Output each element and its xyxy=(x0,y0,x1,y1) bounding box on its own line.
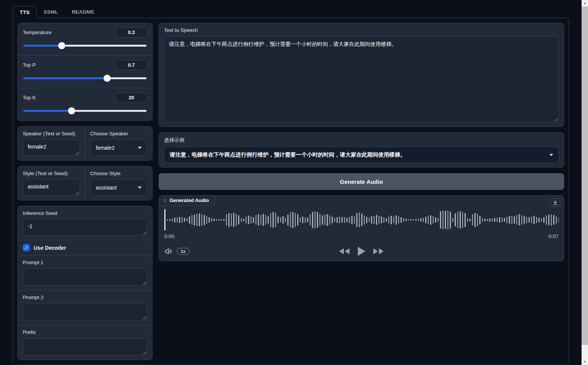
choose-style-value: assistant xyxy=(96,185,117,191)
tab-ssml[interactable]: SSML xyxy=(37,6,65,18)
style-text-input[interactable]: assistant xyxy=(23,179,80,196)
download-button[interactable] xyxy=(550,198,560,207)
prefix-row: Prefix xyxy=(18,325,152,360)
rewind-icon[interactable] xyxy=(338,248,350,255)
prompt1-label: Prompt 1 xyxy=(23,260,147,265)
prefix-input[interactable] xyxy=(23,338,147,356)
choose-speaker-value: female2 xyxy=(96,145,115,151)
tab-bar: TTS SSML README xyxy=(12,5,569,18)
style-text-label: Style (Text or Seed) xyxy=(23,171,80,176)
waveform[interactable] xyxy=(164,208,558,231)
scrollbar-thumb[interactable] xyxy=(582,6,588,345)
prompt2-row: Prompt 2 xyxy=(18,290,152,325)
top-k-slider-thumb[interactable] xyxy=(68,107,75,114)
tab-readme[interactable]: README xyxy=(65,6,101,18)
prefix-label: Prefix xyxy=(23,329,147,335)
choose-style-label: Choose Style xyxy=(90,171,147,176)
scrollbar-down-arrow-icon[interactable]: ▼ xyxy=(582,359,588,365)
current-time: 0:00 xyxy=(164,233,174,239)
main-column: Text to Speech 请注意，电梯将在下午两点进行例行维护，预计需要一个… xyxy=(159,23,564,360)
download-icon xyxy=(553,200,558,205)
playback-speed-button[interactable]: 1x xyxy=(177,248,189,255)
generated-audio-tab[interactable]: ♫ Generated Audio xyxy=(159,196,215,206)
inference-seed-input[interactable]: -1 xyxy=(23,219,147,236)
style-group: Style (Text or Seed) assistant Choose St… xyxy=(17,166,153,201)
choose-style-dropdown[interactable]: assistant xyxy=(90,179,147,196)
examples-label: 选择示例 xyxy=(164,137,559,144)
tts-tab-panel: Temperature 0.3 Top P 0.7 xyxy=(12,18,569,365)
generate-audio-button[interactable]: Generate Audio xyxy=(159,173,564,190)
top-k-row: Top K 20 xyxy=(18,88,152,121)
temperature-label: Temperature xyxy=(23,30,51,35)
speaker-text-label: Speaker (Text or Seed) xyxy=(23,131,80,136)
generated-audio-title: Generated Audio xyxy=(170,197,209,203)
examples-selected-value: 请注意，电梯将在下午两点进行例行维护，预计需要一个小时的时间，请大家在此期间使用… xyxy=(170,151,406,158)
chevron-down-icon xyxy=(138,147,142,149)
top-p-value-input[interactable]: 0.7 xyxy=(115,60,147,70)
music-note-icon: ♫ xyxy=(163,197,167,203)
temperature-slider-thumb[interactable] xyxy=(58,42,65,49)
inference-seed-label: Inference Seed xyxy=(23,210,147,216)
examples-panel: 选择示例 请注意，电梯将在下午两点进行例行维护，预计需要一个小时的时间，请大家在… xyxy=(159,132,564,168)
speaker-choose-cell: Choose Speaker female2 xyxy=(85,127,152,160)
examples-dropdown[interactable]: 请注意，电梯将在下午两点进行例行维护，预计需要一个小时的时间，请大家在此期间使用… xyxy=(164,147,559,163)
prompt2-input[interactable] xyxy=(23,303,147,321)
prompt1-row: Prompt 1 xyxy=(18,255,152,290)
duration: 0:07 xyxy=(549,233,558,239)
speaker-text-cell: Speaker (Text or Seed) female2 xyxy=(18,127,85,160)
text-to-speech-input[interactable]: 请注意，电梯将在下午两点进行例行维护，预计需要一个小时的时间，请大家在此期间使用… xyxy=(164,36,559,122)
temperature-value-input[interactable]: 0.3 xyxy=(115,27,147,38)
advanced-group: Inference Seed -1 ✓ Use Decoder Prompt 1 xyxy=(17,206,153,360)
top-k-slider[interactable] xyxy=(23,107,147,114)
browser-scrollbar[interactable]: ▲ ▼ xyxy=(582,0,588,365)
sampling-params-group: Temperature 0.3 Top P 0.7 xyxy=(17,23,153,121)
choose-speaker-dropdown[interactable]: female2 xyxy=(90,139,147,156)
volume-icon[interactable] xyxy=(164,248,173,255)
settings-column: Temperature 0.3 Top P 0.7 xyxy=(17,23,153,360)
use-decoder-checkbox[interactable]: ✓ xyxy=(23,244,30,251)
scrollbar-up-arrow-icon[interactable]: ▲ xyxy=(582,0,588,6)
chevron-down-icon xyxy=(549,154,553,156)
text-to-speech-panel: Text to Speech 请注意，电梯将在下午两点进行例行维护，预计需要一个… xyxy=(159,23,564,127)
chevron-down-icon xyxy=(138,186,142,189)
temperature-slider[interactable] xyxy=(23,42,147,49)
use-decoder-label: Use Decoder xyxy=(34,245,66,251)
top-k-value-input[interactable]: 20 xyxy=(115,92,147,103)
time-row: 0:00 0:07 xyxy=(164,233,558,239)
top-p-slider-thumb[interactable] xyxy=(104,75,111,82)
top-p-label: Top P xyxy=(23,62,36,68)
top-p-row: Top P 0.7 xyxy=(18,55,152,88)
temperature-row: Temperature 0.3 xyxy=(18,23,152,55)
choose-speaker-label: Choose Speaker xyxy=(90,131,147,136)
player-controls: 1x xyxy=(164,244,558,258)
prompt1-input[interactable] xyxy=(23,268,147,286)
top-k-label: Top K xyxy=(23,95,36,100)
style-choose-cell: Choose Style assistant xyxy=(85,166,152,200)
inference-seed-row: Inference Seed -1 xyxy=(18,206,152,240)
style-text-cell: Style (Text or Seed) assistant xyxy=(18,166,85,200)
tab-tts[interactable]: TTS xyxy=(12,6,37,18)
speaker-group: Speaker (Text or Seed) female2 Choose Sp… xyxy=(17,126,153,161)
play-icon[interactable] xyxy=(357,246,366,257)
prompt2-label: Prompt 2 xyxy=(23,295,147,300)
top-p-slider[interactable] xyxy=(23,75,147,81)
text-to-speech-label: Text to Speech xyxy=(164,27,559,33)
app-root: TTS SSML README Temperature 0.3 xyxy=(12,5,569,365)
playhead-cursor[interactable] xyxy=(164,209,165,230)
speaker-text-input[interactable]: female2 xyxy=(23,139,80,156)
generated-audio-player: ♫ Generated Audio 0:00 0:07 xyxy=(159,195,564,261)
use-decoder-row: ✓ Use Decoder xyxy=(18,240,152,255)
fast-forward-icon[interactable] xyxy=(373,248,384,255)
